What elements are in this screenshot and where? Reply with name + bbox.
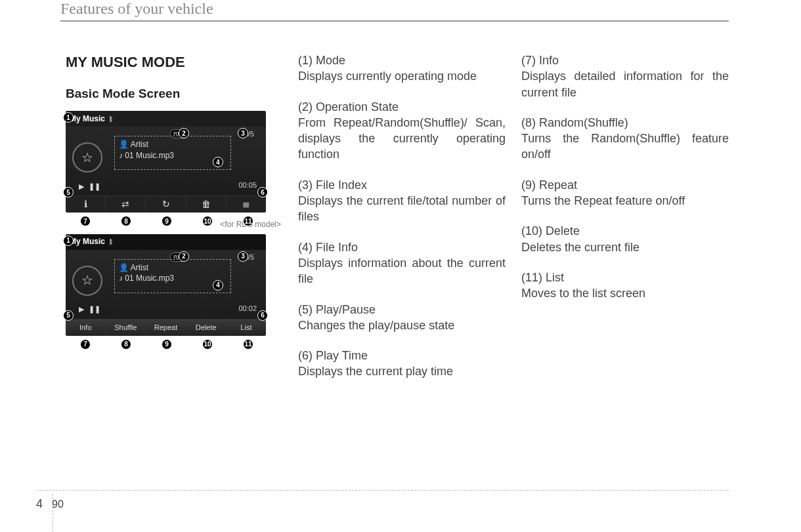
play-pause-control[interactable]: ▶ ❚❚ [76,181,100,192]
desc-text: Displays detailed information for the cu… [521,68,729,100]
desc-text: Displays the current file/total number o… [298,193,506,225]
track-label: 01 Music.mp3 [119,150,227,161]
desc-text: From Repeat/Random(Shuffle)/ Scan, displ… [298,115,506,163]
artist-label: Artist [119,262,227,273]
shot-topbar: My Music ᛒ [66,111,266,127]
desc-text: Displays information about the current f… [298,255,506,287]
page-number: 90 [52,499,64,510]
desc-entry: (11) List Moves to the list screen [521,270,729,302]
desc-title: (6) Play Time [298,348,506,363]
artist-label: Artist [119,139,227,150]
repeat-button[interactable]: ↻ [146,195,186,213]
header-title: Features of your vehicle [60,0,213,17]
shot-mode-label: My Music [70,236,105,247]
callout-badge: 5 [63,310,74,321]
desc-entry: (3) File Index Displays the current file… [298,177,506,225]
info-button[interactable]: Info [66,319,106,336]
delete-button[interactable]: 🗑 [186,195,227,213]
column-3: (7) Info Displays detailed information f… [521,52,729,394]
callout-badge: 10 [202,216,213,226]
desc-title: (8) Random(Shuffle) [521,115,729,131]
desc-title: (7) Info [521,52,729,68]
callout-badge: 10 [202,339,213,350]
track-label: 01 Music.mp3 [119,273,227,283]
desc-entry: (1) Mode Displays currently operating mo… [298,52,506,85]
list-button[interactable]: List [227,319,266,336]
desc-entry: (7) Info Displays detailed information f… [521,52,729,100]
play-pause-control[interactable]: ▶ ❚❚ [76,304,100,315]
desc-title: (4) File Info [298,239,506,255]
callout-badge: 6 [257,187,268,197]
bluetooth-icon: ᛒ [109,237,113,247]
callout-badge: 9 [162,339,172,350]
desc-text: Turns the Random(Shuffle) feature on/off [521,131,729,163]
play-icon: ▶ [76,181,87,192]
desc-entry: (6) Play Time Displays the current play … [298,348,506,380]
subsection-title: Basic Mode Screen [66,85,282,102]
shuffle-button[interactable]: Shuffle [106,319,146,336]
shuffle-button[interactable]: ⇄ [106,195,146,213]
desc-title: (10) Delete [521,223,729,239]
list-button[interactable]: ≣ [227,195,266,213]
desc-title: (2) Operation State [298,99,506,115]
desc-text: Changes the play/pause state [298,317,506,333]
album-art-icon: ☆ [72,266,102,296]
desc-entry: (2) Operation State From Repeat/Random(S… [298,99,506,163]
screenshot-standard-wrap: My Music ᛒ RPT 1/5 ☆ Artist 01 Music.mp3… [66,111,266,213]
pause-icon: ❚❚ [89,181,100,192]
callout-badge: 2 [179,251,189,262]
album-art-icon: ☆ [72,142,102,173]
info-button[interactable]: ℹ [66,195,106,213]
desc-text: Moves to the list screen [521,285,729,301]
screenshot-rds-wrap: My Music ᛒ RPT 1/5 ☆ Artist 01 Music.mp3… [66,234,266,336]
desc-text: Displays the current play time [298,363,506,379]
play-time: 00:05 [238,180,257,190]
desc-entry: (10) Delete Deletes the current file [521,223,729,255]
desc-entry: (8) Random(Shuffle) Turns the Random(Shu… [521,115,729,163]
callout-badge: 4 [213,280,223,291]
desc-entry: (9) Repeat Turns the Repeat feature on/o… [521,177,729,209]
callout-badge: 1 [63,235,74,246]
section-title: MY MUSIC MODE [66,52,282,72]
desc-text: Turns the Repeat feature on/off [521,193,729,209]
desc-entry: (4) File Info Displays information about… [298,239,506,287]
delete-button[interactable]: Delete [186,319,227,336]
column-2: (1) Mode Displays currently operating mo… [298,52,506,394]
pause-icon: ❚❚ [89,304,100,315]
content-columns: MY MUSIC MODE Basic Mode Screen My Music… [66,52,729,394]
page-footer: 4 90 [36,490,729,511]
shot-mode-label: My Music [70,113,105,124]
callout-badge: 7 [80,339,91,350]
repeat-button[interactable]: Repeat [146,319,186,336]
desc-entry: (5) Play/Pause Changes the play/pause st… [298,302,506,334]
page-header: Features of your vehicle [60,0,729,22]
play-time: 00:02 [238,304,257,314]
desc-title: (5) Play/Pause [298,302,506,317]
desc-title: (9) Repeat [521,177,729,193]
bluetooth-icon: ᛒ [109,115,113,124]
bottom-button-row: ℹ ⇄ ↻ 🗑 ≣ [66,195,266,213]
chapter-number: 4 [36,497,43,511]
callout-badge: 11 [243,339,253,350]
play-icon: ▶ [76,304,87,315]
screenshot-standard: My Music ᛒ RPT 1/5 ☆ Artist 01 Music.mp3… [66,111,266,213]
bottom-button-row: Info Shuffle Repeat Delete List [66,319,266,336]
desc-title: (1) Mode [298,52,506,68]
callout-badge: 8 [121,339,131,350]
screenshot-rds: My Music ᛒ RPT 1/5 ☆ Artist 01 Music.mp3… [66,234,266,336]
desc-title: (3) File Index [298,177,506,193]
column-1: MY MUSIC MODE Basic Mode Screen My Music… [66,52,282,394]
desc-title: (11) List [521,270,729,285]
desc-text: Deletes the current file [521,239,729,255]
callout-badge: 3 [238,251,248,262]
callout-badge: 6 [257,310,268,321]
callout-badge: 11 [243,216,253,226]
desc-text: Displays currently operating mode [298,68,506,84]
shot-topbar: My Music ᛒ [66,234,266,250]
